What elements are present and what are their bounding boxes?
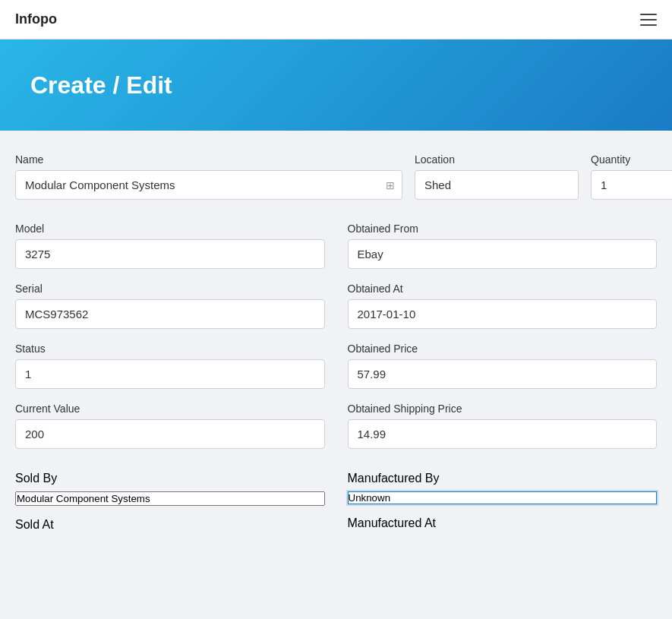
sold-manufactured-section: Sold By Sold At Manufactured By Manufact…: [15, 472, 657, 532]
menu-icon[interactable]: [640, 14, 657, 26]
model-label: Model: [15, 223, 325, 235]
page-title: Create / Edit: [30, 71, 172, 99]
manufactured-at-label: Manufactured At: [348, 516, 658, 530]
obtained-shipping-price-field-group: Obtained Shipping Price: [348, 403, 658, 449]
status-input[interactable]: [15, 359, 325, 389]
sold-at-label: Sold At: [15, 518, 325, 532]
obtained-price-field-group: Obtained Price: [348, 343, 658, 389]
model-input[interactable]: [15, 239, 325, 269]
name-label: Name: [15, 153, 402, 166]
obtained-price-label: Obtained Price: [348, 343, 658, 355]
name-input[interactable]: [15, 170, 402, 200]
obtained-shipping-price-input[interactable]: [348, 419, 658, 449]
app-brand: Infopo: [15, 11, 57, 27]
location-label: Location: [415, 153, 579, 166]
manufactured-by-label: Manufactured By: [348, 472, 658, 485]
status-label: Status: [15, 343, 325, 355]
name-field-group: Name ⊞: [15, 153, 402, 200]
quantity-input[interactable]: [591, 170, 672, 200]
hero-banner: Create / Edit: [0, 39, 672, 131]
obtained-shipping-price-label: Obtained Shipping Price: [348, 403, 658, 415]
name-input-wrapper: ⊞: [15, 170, 402, 200]
quantity-label: Quantity: [591, 153, 672, 166]
status-field-group: Status: [15, 343, 325, 389]
current-value-label: Current Value: [15, 403, 325, 415]
manufactured-by-group: Manufactured By Manufactured At: [348, 472, 658, 532]
serial-input[interactable]: [15, 299, 325, 329]
name-location-quantity-row: Name ⊞ Location Quantity: [15, 153, 657, 200]
obtained-price-input[interactable]: [348, 359, 658, 389]
left-column: Model Serial Status Current Value: [15, 223, 325, 449]
main-content: Name ⊞ Location Quantity Model Serial: [0, 131, 672, 554]
obtained-at-label: Obtained At: [348, 283, 658, 295]
obtained-from-field-group: Obtained From: [348, 223, 658, 269]
current-value-input[interactable]: [15, 419, 325, 449]
obtained-at-field-group: Obtained At: [348, 283, 658, 329]
model-field-group: Model: [15, 223, 325, 269]
obtained-from-label: Obtained From: [348, 223, 658, 235]
sold-by-label: Sold By: [15, 472, 325, 485]
serial-label: Serial: [15, 283, 325, 295]
obtained-at-input[interactable]: [348, 299, 658, 329]
location-field-group: Location: [415, 153, 579, 200]
clipboard-icon: ⊞: [386, 179, 395, 191]
location-input[interactable]: [415, 170, 579, 200]
main-fields-section: Model Serial Status Current Value Obtain…: [15, 223, 657, 449]
navbar: Infopo: [0, 0, 672, 39]
manufactured-by-input[interactable]: [348, 491, 658, 504]
obtained-from-input[interactable]: [348, 239, 658, 269]
quantity-field-group: Quantity: [591, 153, 672, 200]
sold-by-input[interactable]: [15, 491, 325, 506]
current-value-field-group: Current Value: [15, 403, 325, 449]
serial-field-group: Serial: [15, 283, 325, 329]
sold-by-group: Sold By Sold At: [15, 472, 325, 532]
right-column: Obtained From Obtained At Obtained Price…: [348, 223, 658, 449]
